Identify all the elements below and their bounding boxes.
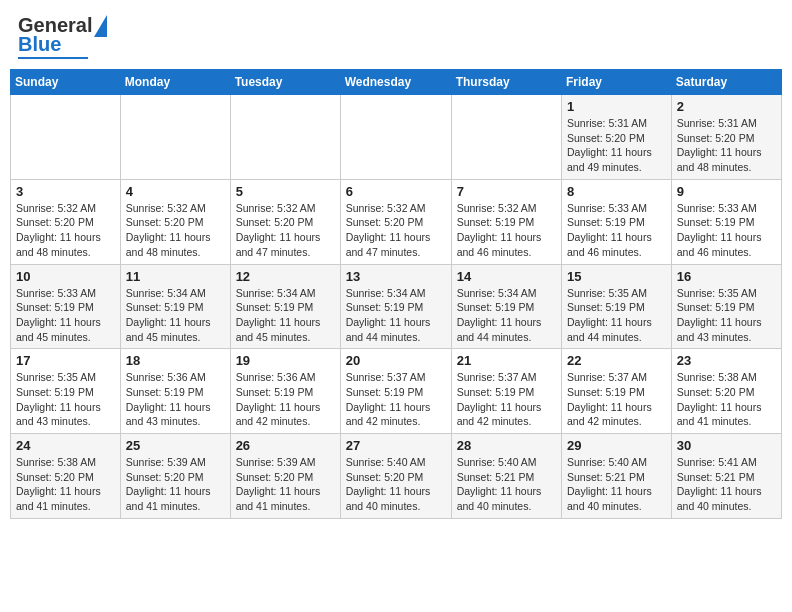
weekday-monday: Monday: [120, 70, 230, 95]
day-number: 12: [236, 269, 335, 284]
calendar-cell: 9Sunrise: 5:33 AM Sunset: 5:19 PM Daylig…: [671, 179, 781, 264]
day-number: 5: [236, 184, 335, 199]
day-number: 4: [126, 184, 225, 199]
logo-blue: Blue: [18, 33, 61, 56]
day-info: Sunrise: 5:32 AM Sunset: 5:20 PM Dayligh…: [16, 201, 115, 260]
day-number: 29: [567, 438, 666, 453]
weekday-tuesday: Tuesday: [230, 70, 340, 95]
day-info: Sunrise: 5:32 AM Sunset: 5:19 PM Dayligh…: [457, 201, 556, 260]
day-number: 30: [677, 438, 776, 453]
day-number: 19: [236, 353, 335, 368]
day-number: 24: [16, 438, 115, 453]
day-info: Sunrise: 5:39 AM Sunset: 5:20 PM Dayligh…: [126, 455, 225, 514]
day-number: 26: [236, 438, 335, 453]
day-number: 11: [126, 269, 225, 284]
calendar-cell: 19Sunrise: 5:36 AM Sunset: 5:19 PM Dayli…: [230, 349, 340, 434]
calendar-table: SundayMondayTuesdayWednesdayThursdayFrid…: [10, 69, 782, 519]
day-info: Sunrise: 5:40 AM Sunset: 5:21 PM Dayligh…: [567, 455, 666, 514]
calendar-cell: 18Sunrise: 5:36 AM Sunset: 5:19 PM Dayli…: [120, 349, 230, 434]
day-number: 10: [16, 269, 115, 284]
day-info: Sunrise: 5:38 AM Sunset: 5:20 PM Dayligh…: [16, 455, 115, 514]
calendar-cell: 22Sunrise: 5:37 AM Sunset: 5:19 PM Dayli…: [562, 349, 672, 434]
day-info: Sunrise: 5:37 AM Sunset: 5:19 PM Dayligh…: [346, 370, 446, 429]
calendar-cell: 30Sunrise: 5:41 AM Sunset: 5:21 PM Dayli…: [671, 434, 781, 519]
day-info: Sunrise: 5:41 AM Sunset: 5:21 PM Dayligh…: [677, 455, 776, 514]
day-number: 2: [677, 99, 776, 114]
day-info: Sunrise: 5:36 AM Sunset: 5:19 PM Dayligh…: [126, 370, 225, 429]
day-info: Sunrise: 5:32 AM Sunset: 5:20 PM Dayligh…: [346, 201, 446, 260]
day-info: Sunrise: 5:34 AM Sunset: 5:19 PM Dayligh…: [126, 286, 225, 345]
day-info: Sunrise: 5:32 AM Sunset: 5:20 PM Dayligh…: [126, 201, 225, 260]
calendar-cell: 12Sunrise: 5:34 AM Sunset: 5:19 PM Dayli…: [230, 264, 340, 349]
calendar-cell: 27Sunrise: 5:40 AM Sunset: 5:20 PM Dayli…: [340, 434, 451, 519]
calendar-cell: 20Sunrise: 5:37 AM Sunset: 5:19 PM Dayli…: [340, 349, 451, 434]
day-info: Sunrise: 5:34 AM Sunset: 5:19 PM Dayligh…: [236, 286, 335, 345]
day-number: 18: [126, 353, 225, 368]
calendar-cell: 7Sunrise: 5:32 AM Sunset: 5:19 PM Daylig…: [451, 179, 561, 264]
calendar-cell: 10Sunrise: 5:33 AM Sunset: 5:19 PM Dayli…: [11, 264, 121, 349]
day-number: 7: [457, 184, 556, 199]
day-number: 14: [457, 269, 556, 284]
week-row-2: 3Sunrise: 5:32 AM Sunset: 5:20 PM Daylig…: [11, 179, 782, 264]
day-info: Sunrise: 5:33 AM Sunset: 5:19 PM Dayligh…: [16, 286, 115, 345]
day-number: 9: [677, 184, 776, 199]
calendar-cell: 6Sunrise: 5:32 AM Sunset: 5:20 PM Daylig…: [340, 179, 451, 264]
calendar-cell: 3Sunrise: 5:32 AM Sunset: 5:20 PM Daylig…: [11, 179, 121, 264]
day-number: 22: [567, 353, 666, 368]
calendar-cell: [120, 95, 230, 180]
day-number: 23: [677, 353, 776, 368]
day-info: Sunrise: 5:40 AM Sunset: 5:20 PM Dayligh…: [346, 455, 446, 514]
day-info: Sunrise: 5:31 AM Sunset: 5:20 PM Dayligh…: [677, 116, 776, 175]
calendar-cell: 14Sunrise: 5:34 AM Sunset: 5:19 PM Dayli…: [451, 264, 561, 349]
calendar-cell: [451, 95, 561, 180]
day-number: 3: [16, 184, 115, 199]
weekday-header-row: SundayMondayTuesdayWednesdayThursdayFrid…: [11, 70, 782, 95]
day-number: 27: [346, 438, 446, 453]
calendar-cell: 8Sunrise: 5:33 AM Sunset: 5:19 PM Daylig…: [562, 179, 672, 264]
day-info: Sunrise: 5:34 AM Sunset: 5:19 PM Dayligh…: [346, 286, 446, 345]
calendar-cell: 5Sunrise: 5:32 AM Sunset: 5:20 PM Daylig…: [230, 179, 340, 264]
calendar-cell: 17Sunrise: 5:35 AM Sunset: 5:19 PM Dayli…: [11, 349, 121, 434]
calendar-cell: 11Sunrise: 5:34 AM Sunset: 5:19 PM Dayli…: [120, 264, 230, 349]
calendar-cell: [11, 95, 121, 180]
calendar-cell: 23Sunrise: 5:38 AM Sunset: 5:20 PM Dayli…: [671, 349, 781, 434]
day-info: Sunrise: 5:34 AM Sunset: 5:19 PM Dayligh…: [457, 286, 556, 345]
calendar-cell: 13Sunrise: 5:34 AM Sunset: 5:19 PM Dayli…: [340, 264, 451, 349]
day-number: 8: [567, 184, 666, 199]
page-header: General Blue: [10, 10, 782, 63]
calendar-cell: 2Sunrise: 5:31 AM Sunset: 5:20 PM Daylig…: [671, 95, 781, 180]
weekday-thursday: Thursday: [451, 70, 561, 95]
day-number: 15: [567, 269, 666, 284]
calendar-cell: [230, 95, 340, 180]
day-info: Sunrise: 5:35 AM Sunset: 5:19 PM Dayligh…: [567, 286, 666, 345]
calendar-cell: 25Sunrise: 5:39 AM Sunset: 5:20 PM Dayli…: [120, 434, 230, 519]
calendar-cell: 16Sunrise: 5:35 AM Sunset: 5:19 PM Dayli…: [671, 264, 781, 349]
weekday-saturday: Saturday: [671, 70, 781, 95]
day-number: 21: [457, 353, 556, 368]
calendar-cell: 4Sunrise: 5:32 AM Sunset: 5:20 PM Daylig…: [120, 179, 230, 264]
day-number: 25: [126, 438, 225, 453]
day-info: Sunrise: 5:33 AM Sunset: 5:19 PM Dayligh…: [677, 201, 776, 260]
weekday-wednesday: Wednesday: [340, 70, 451, 95]
calendar-cell: 15Sunrise: 5:35 AM Sunset: 5:19 PM Dayli…: [562, 264, 672, 349]
weekday-sunday: Sunday: [11, 70, 121, 95]
day-number: 13: [346, 269, 446, 284]
day-number: 20: [346, 353, 446, 368]
day-info: Sunrise: 5:32 AM Sunset: 5:20 PM Dayligh…: [236, 201, 335, 260]
day-info: Sunrise: 5:36 AM Sunset: 5:19 PM Dayligh…: [236, 370, 335, 429]
calendar-cell: 28Sunrise: 5:40 AM Sunset: 5:21 PM Dayli…: [451, 434, 561, 519]
weekday-friday: Friday: [562, 70, 672, 95]
week-row-1: 1Sunrise: 5:31 AM Sunset: 5:20 PM Daylig…: [11, 95, 782, 180]
week-row-5: 24Sunrise: 5:38 AM Sunset: 5:20 PM Dayli…: [11, 434, 782, 519]
day-info: Sunrise: 5:31 AM Sunset: 5:20 PM Dayligh…: [567, 116, 666, 175]
day-number: 6: [346, 184, 446, 199]
day-info: Sunrise: 5:37 AM Sunset: 5:19 PM Dayligh…: [457, 370, 556, 429]
calendar-cell: 1Sunrise: 5:31 AM Sunset: 5:20 PM Daylig…: [562, 95, 672, 180]
day-number: 17: [16, 353, 115, 368]
week-row-3: 10Sunrise: 5:33 AM Sunset: 5:19 PM Dayli…: [11, 264, 782, 349]
day-info: Sunrise: 5:40 AM Sunset: 5:21 PM Dayligh…: [457, 455, 556, 514]
calendar-cell: [340, 95, 451, 180]
day-number: 28: [457, 438, 556, 453]
day-info: Sunrise: 5:39 AM Sunset: 5:20 PM Dayligh…: [236, 455, 335, 514]
calendar-cell: 29Sunrise: 5:40 AM Sunset: 5:21 PM Dayli…: [562, 434, 672, 519]
